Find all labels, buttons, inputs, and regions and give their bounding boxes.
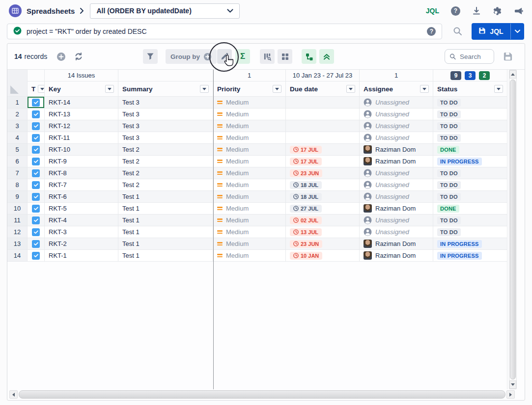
search-icon[interactable] bbox=[453, 27, 463, 36]
cell-summary[interactable]: Test 3 bbox=[118, 120, 213, 132]
cell-key[interactable]: RKT-4 bbox=[45, 215, 118, 226]
cell-summary[interactable]: Test 1 bbox=[118, 191, 213, 203]
type-filter-dropdown[interactable] bbox=[38, 85, 45, 93]
cell-due-date[interactable]: 17 JUL bbox=[286, 156, 360, 167]
jql-link[interactable]: JQL bbox=[426, 7, 439, 15]
cell-due-date[interactable]: 27 JUL bbox=[286, 203, 360, 215]
cell-summary[interactable]: Test 1 bbox=[118, 215, 213, 226]
row-number-cell[interactable]: 9 bbox=[7, 191, 28, 203]
cell-priority[interactable]: Medium bbox=[213, 203, 286, 215]
assignee-filter-dropdown[interactable] bbox=[420, 85, 429, 93]
add-record-button[interactable] bbox=[56, 49, 66, 64]
scroll-left-button[interactable] bbox=[9, 390, 18, 399]
cell-priority[interactable]: Medium bbox=[213, 108, 286, 120]
row-checkbox[interactable] bbox=[32, 110, 40, 118]
cell-status[interactable]: TO DO bbox=[433, 97, 507, 108]
cell-assignee[interactable]: Unassigned bbox=[360, 191, 433, 203]
vertical-scrollbar[interactable] bbox=[509, 70, 517, 389]
row-number-header[interactable] bbox=[7, 81, 28, 97]
row-number-cell[interactable]: 14 bbox=[7, 250, 28, 262]
vertical-scroll-thumb[interactable] bbox=[510, 80, 516, 379]
edit-pencil-button[interactable] bbox=[217, 49, 232, 64]
cell-priority[interactable]: Medium bbox=[213, 167, 286, 179]
cell-priority[interactable]: Medium bbox=[213, 215, 286, 226]
row-checkbox[interactable] bbox=[32, 216, 40, 224]
column-header-assignee[interactable]: Assignee bbox=[360, 81, 433, 97]
row-number-cell[interactable]: 2 bbox=[7, 108, 28, 120]
cell-priority[interactable]: Medium bbox=[213, 97, 286, 108]
cell-status[interactable]: TO DO bbox=[433, 120, 507, 132]
scroll-down-button[interactable] bbox=[509, 380, 516, 389]
row-checkbox[interactable] bbox=[32, 228, 40, 236]
cell-summary[interactable]: Test 2 bbox=[118, 167, 213, 179]
key-filter-dropdown[interactable] bbox=[105, 85, 114, 93]
horizontal-scrollbar[interactable] bbox=[9, 390, 515, 399]
priority-filter-dropdown[interactable] bbox=[273, 85, 281, 93]
row-checkbox[interactable] bbox=[32, 122, 40, 130]
cell-key[interactable]: RKT-6 bbox=[45, 191, 118, 203]
cell-assignee[interactable]: Raziman Dom bbox=[360, 144, 433, 156]
checkbox-cell[interactable] bbox=[28, 120, 45, 132]
save-jql-split-button[interactable]: JQL bbox=[472, 23, 524, 40]
cell-summary[interactable]: Test 2 bbox=[118, 179, 213, 191]
cell-status[interactable]: TO DO bbox=[433, 108, 507, 120]
horizontal-scroll-thumb[interactable] bbox=[19, 390, 505, 399]
cell-status[interactable]: TO DO bbox=[433, 226, 507, 238]
jql-button-caret[interactable] bbox=[511, 23, 524, 40]
cell-assignee[interactable]: Unassigned bbox=[360, 132, 433, 144]
cell-summary[interactable]: Test 1 bbox=[118, 203, 213, 215]
cell-priority[interactable]: Medium bbox=[213, 144, 286, 156]
grid-view-button[interactable] bbox=[278, 49, 292, 64]
cell-due-date[interactable] bbox=[286, 120, 360, 132]
cell-assignee[interactable]: Raziman Dom bbox=[360, 203, 433, 215]
sum-sigma-button[interactable]: Σ bbox=[235, 49, 250, 64]
checkbox-cell[interactable] bbox=[28, 167, 45, 179]
row-checkbox[interactable] bbox=[32, 146, 40, 154]
corner-cell[interactable] bbox=[7, 70, 28, 81]
cell-key[interactable]: RKT-12 bbox=[45, 120, 118, 132]
row-number-cell[interactable]: 6 bbox=[7, 156, 28, 167]
cell-summary[interactable]: Test 3 bbox=[118, 108, 213, 120]
syntax-help-icon[interactable]: ? bbox=[427, 27, 436, 36]
checkbox-cell[interactable] bbox=[28, 238, 45, 250]
cell-due-date[interactable]: 23 JUN bbox=[286, 167, 360, 179]
cell-priority[interactable]: Medium bbox=[213, 226, 286, 238]
cell-summary[interactable]: Test 1 bbox=[118, 226, 213, 238]
cell-priority[interactable]: Medium bbox=[213, 132, 286, 144]
row-checkbox[interactable] bbox=[32, 240, 40, 248]
cell-assignee[interactable]: Unassigned bbox=[360, 97, 433, 108]
cell-priority[interactable]: Medium bbox=[213, 250, 286, 262]
column-header-priority[interactable]: Priority bbox=[213, 81, 286, 97]
cell-status[interactable]: DONE bbox=[433, 144, 507, 156]
cell-summary[interactable]: Test 3 bbox=[118, 97, 213, 108]
row-number-cell[interactable]: 7 bbox=[7, 167, 28, 179]
row-number-cell[interactable]: 3 bbox=[7, 120, 28, 132]
cell-summary[interactable]: Test 2 bbox=[118, 144, 213, 156]
save-view-button[interactable] bbox=[503, 52, 513, 63]
summary-filter-dropdown[interactable] bbox=[200, 85, 209, 93]
cell-key[interactable]: RKT-14 bbox=[45, 97, 118, 108]
due-date-filter-dropdown[interactable] bbox=[346, 85, 355, 93]
row-number-cell[interactable]: 11 bbox=[7, 215, 28, 226]
cell-summary[interactable]: Test 2 bbox=[118, 156, 213, 167]
hierarchy-tree-button[interactable] bbox=[302, 49, 316, 64]
cell-due-date[interactable]: 10 JAN bbox=[286, 250, 360, 262]
row-checkbox[interactable] bbox=[32, 181, 40, 189]
row-checkbox[interactable] bbox=[32, 205, 40, 213]
cell-summary[interactable]: Test 3 bbox=[118, 132, 213, 144]
cell-assignee[interactable]: Raziman Dom bbox=[360, 250, 433, 262]
cell-due-date[interactable] bbox=[286, 97, 360, 108]
cell-status[interactable]: DONE bbox=[433, 203, 507, 215]
column-header-due-date[interactable]: Due date bbox=[286, 81, 360, 97]
row-number-cell[interactable]: 10 bbox=[7, 203, 28, 215]
checkbox-cell[interactable] bbox=[28, 250, 45, 262]
checkbox-cell[interactable] bbox=[28, 144, 45, 156]
row-number-cell[interactable]: 8 bbox=[7, 179, 28, 191]
cell-due-date[interactable] bbox=[286, 108, 360, 120]
row-checkbox[interactable] bbox=[32, 252, 40, 260]
checkbox-cell[interactable] bbox=[28, 203, 45, 215]
row-number-cell[interactable]: 4 bbox=[7, 132, 28, 144]
cell-status[interactable]: TO DO bbox=[433, 167, 507, 179]
columns-settings-button[interactable] bbox=[260, 49, 275, 64]
frozen-columns-divider[interactable] bbox=[213, 70, 214, 389]
